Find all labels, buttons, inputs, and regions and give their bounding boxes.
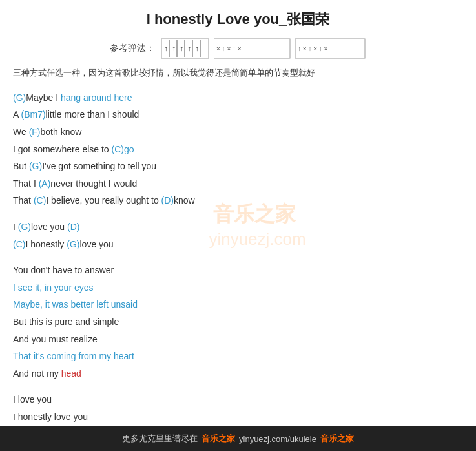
lyric-text: I believe, you really ought to — [46, 195, 161, 205]
chord-c2: (C) — [34, 195, 46, 205]
lyric-text-blue: That it's coming from my heart — [13, 351, 134, 361]
svg-text:↑: ↑ — [180, 44, 183, 53]
svg-text:↑: ↑ — [164, 44, 168, 53]
lyric-line: I (G)love you (D) — [13, 218, 463, 236]
chord-f: (F) — [29, 127, 41, 137]
strum-pattern-2: × ↑ × ↑ × — [214, 37, 291, 60]
chord-g: (G) — [13, 92, 26, 103]
lyric-line: (G)Maybe I hang around here — [13, 89, 463, 107]
chord-a: (A) — [39, 178, 51, 189]
lyric-text: We — [13, 127, 29, 137]
lyric-line: That (C)I believe, you really ought to (… — [13, 192, 463, 209]
chord-bm7: (Bm7) — [21, 109, 45, 120]
lyric-text: never thought I would — [50, 178, 137, 189]
lyric-text: But — [13, 161, 29, 171]
lyric-line: And you must realize — [13, 331, 463, 348]
svg-text:↑: ↑ — [187, 44, 191, 53]
lyric-text: love you — [31, 222, 67, 232]
lyric-line: Maybe, it was better left unsaid — [13, 296, 463, 313]
lyric-line: I honestly love you — [13, 408, 463, 426]
lyric-text-blue: hang around here — [61, 92, 132, 103]
lyric-text: And you must realize — [13, 334, 98, 344]
lyric-line: That it's coming from my heart — [13, 348, 463, 365]
lyrics-section: (G)Maybe I hang around here A (Bm7)littl… — [13, 89, 463, 426]
lyric-text-red: head — [61, 368, 81, 379]
logo-text: 音乐之家 — [320, 434, 354, 443]
chord-c: (C) — [112, 144, 124, 154]
lyric-text: I love you — [13, 394, 52, 404]
lyric-line: You don't have to answer — [13, 262, 463, 279]
svg-text:× ↑ × ↑ ×: × ↑ × ↑ × — [216, 45, 242, 52]
main-content: I honestly Love you_张国荣 参考弹法： ↑ ↑ ↑ ↑ ↑ — [0, 0, 476, 451]
lyric-line: We (F)both know — [13, 123, 463, 141]
strumming-diagrams: ↑ ↑ ↑ ↑ ↑ × ↑ × ↑ × ↑ × ↑ × ↑ × — [161, 37, 366, 60]
chord-g2: (G) — [29, 161, 42, 171]
lyric-text: I — [13, 222, 18, 232]
lyric-text-blue: go — [124, 144, 134, 154]
lyric-line: (C)I honestly (G)love you — [13, 236, 463, 253]
lyric-text: A — [13, 109, 21, 120]
chord-d2: (D) — [67, 222, 79, 232]
chord-c3: (C) — [13, 239, 25, 249]
bottom-bar-brand: 音乐之家 — [202, 433, 235, 445]
svg-text:↑: ↑ — [195, 44, 199, 53]
bottom-bar: 更多尤克里里谱尽在 音乐之家 yinyuezj.com/ukulele 音乐之家 — [0, 426, 476, 451]
strumming-label: 参考弹法： — [110, 43, 155, 54]
chord-d: (D) — [161, 195, 174, 205]
lyric-line: I got somewhere else to (C)go — [13, 141, 463, 158]
lyric-line: A (Bm7)little more than I should — [13, 106, 463, 123]
lyric-text: I've got something to tell you — [42, 161, 156, 171]
page-title: I honestly Love you_张国荣 — [13, 10, 463, 29]
chord-g3: (G) — [18, 222, 31, 232]
lyric-text-blue: I see it, in your eyes — [13, 282, 94, 293]
lyric-text: know — [174, 195, 195, 205]
strum-pattern-1: ↑ ↑ ↑ ↑ ↑ — [161, 37, 210, 60]
lyric-text: But this is pure and simple — [13, 317, 119, 327]
lyric-text: I honestly love you — [13, 412, 88, 422]
svg-text:↑: ↑ — [172, 44, 176, 53]
spacer — [13, 253, 463, 262]
lyric-line: And not my head — [13, 365, 463, 383]
chord-g4: (G) — [67, 239, 79, 249]
lyric-text: both know — [41, 127, 82, 137]
bottom-bar-prefix: 更多尤克里里谱尽在 — [122, 433, 198, 445]
description-text: 三种方式任选一种，因为这首歌比较抒情，所以我觉得还是简简单单的节奏型就好 — [13, 67, 463, 80]
spacer — [13, 382, 463, 391]
lyric-text: And not my — [13, 368, 61, 379]
lyric-line: But this is pure and simple — [13, 313, 463, 331]
lyric-text: You don't have to answer — [13, 265, 114, 275]
lyric-line: But (G)I've got something to tell you — [13, 158, 463, 175]
strum-pattern-3: ↑ × ↑ × ↑ × — [295, 37, 366, 60]
lyric-text: Maybe I — [26, 92, 61, 103]
lyric-line: I see it, in your eyes — [13, 279, 463, 297]
bottom-bar-logo: 音乐之家 — [320, 433, 354, 445]
lyric-line: That I (A)never thought I would — [13, 175, 463, 193]
spacer — [13, 209, 463, 218]
lyric-text: I honestly — [25, 239, 67, 249]
lyric-text: love you — [79, 239, 113, 249]
lyric-text: little more than I should — [46, 109, 140, 120]
svg-text:↑ × ↑ × ↑ ×: ↑ × ↑ × ↑ × — [298, 45, 328, 52]
lyric-line: I love you — [13, 391, 463, 408]
bottom-bar-url: yinyuezj.com/ukulele — [239, 434, 316, 444]
lyric-text: I got somewhere else to — [13, 144, 112, 154]
lyric-text-blue: Maybe, it was better left unsaid — [13, 299, 138, 309]
strumming-section: 参考弹法： ↑ ↑ ↑ ↑ ↑ × ↑ × ↑ × — [13, 37, 463, 60]
lyric-text: That — [13, 195, 34, 205]
lyric-text: That I — [13, 178, 39, 189]
